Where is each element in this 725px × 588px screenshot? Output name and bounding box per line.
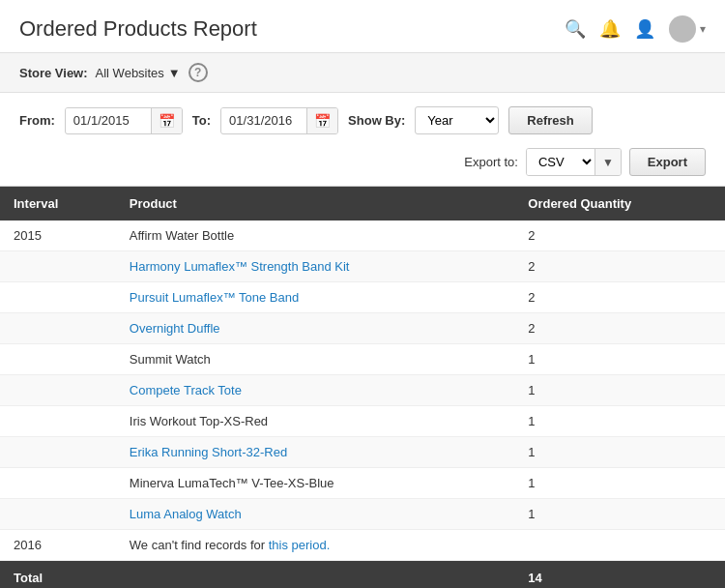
- table-row: 2015Affirm Water Bottle2: [0, 220, 725, 251]
- col-interval: Interval: [0, 187, 116, 221]
- cell-qty: 1: [514, 468, 725, 499]
- cell-qty: 1: [514, 406, 725, 437]
- cell-interval-2016: 2016: [0, 530, 116, 561]
- show-by-select[interactable]: Year Month Day: [415, 106, 499, 134]
- col-product: Product: [116, 187, 514, 221]
- help-icon[interactable]: ?: [188, 63, 208, 82]
- to-date-input-wrap: 📅: [220, 107, 338, 134]
- cell-qty: 1: [514, 437, 725, 468]
- table-row: Harmony Lumaflex™ Strength Band Kit2: [0, 251, 725, 282]
- footer-empty: [116, 561, 514, 589]
- table-header: Interval Product Ordered Quantity: [0, 187, 725, 221]
- cell-product[interactable]: Harmony Lumaflex™ Strength Band Kit: [116, 251, 514, 282]
- table-body: 2015Affirm Water Bottle2Harmony Lumaflex…: [0, 220, 725, 561]
- to-date-input[interactable]: [221, 108, 306, 132]
- cell-product: Affirm Water Bottle: [116, 220, 514, 251]
- cell-product[interactable]: Pursuit Lumaflex™ Tone Band: [116, 282, 514, 313]
- table-row: Summit Watch1: [0, 344, 725, 375]
- store-view-selector[interactable]: All Websites ▼: [96, 66, 181, 80]
- table-row: Luma Analog Watch1: [0, 499, 725, 530]
- cell-interval: 2015: [0, 220, 116, 251]
- col-qty: Ordered Quantity: [514, 187, 725, 221]
- product-link[interactable]: Erika Running Short-32-Red: [130, 445, 287, 459]
- cell-qty: 2: [514, 313, 725, 344]
- store-bar: Store View: All Websites ▼ ?: [0, 53, 725, 93]
- from-calendar-button[interactable]: 📅: [151, 108, 182, 133]
- bell-icon[interactable]: 🔔: [599, 18, 621, 40]
- table-row: Erika Running Short-32-Red1: [0, 437, 725, 468]
- cell-qty: 1: [514, 375, 725, 406]
- cell-product: Summit Watch: [116, 344, 514, 375]
- to-label: To:: [192, 113, 211, 128]
- cell-qty: 1: [514, 499, 725, 530]
- product-link[interactable]: Luma Analog Watch: [130, 507, 242, 521]
- cell-product: Iris Workout Top-XS-Red: [116, 406, 514, 437]
- cell-interval: [0, 282, 116, 313]
- to-calendar-button[interactable]: 📅: [306, 108, 337, 133]
- cell-product[interactable]: Erika Running Short-32-Red: [116, 437, 514, 468]
- export-dropdown-button[interactable]: ▼: [594, 149, 621, 175]
- filter-bar: From: 📅 To: 📅 Show By: Year Month Day Re…: [0, 93, 725, 148]
- product-link[interactable]: Overnight Duffle: [130, 321, 220, 336]
- refresh-button[interactable]: Refresh: [508, 106, 592, 134]
- from-date-input-wrap: 📅: [65, 107, 183, 134]
- export-format-select[interactable]: CSV Excel XML: [527, 149, 594, 175]
- table-row: Minerva LumaTech™ V-Tee-XS-Blue1: [0, 468, 725, 499]
- table-row: Overnight Duffle2: [0, 313, 725, 344]
- footer-label: Total: [0, 561, 116, 589]
- cell-interval: [0, 437, 116, 468]
- export-format-wrap: CSV Excel XML ▼: [526, 148, 622, 176]
- search-icon[interactable]: 🔍: [565, 18, 586, 40]
- chevron-down-icon: ▼: [168, 66, 181, 80]
- cell-product[interactable]: Compete Track Tote: [116, 375, 514, 406]
- cell-interval: [0, 313, 116, 344]
- product-link[interactable]: Pursuit Lumaflex™ Tone Band: [130, 290, 299, 305]
- no-records-link[interactable]: this period.: [269, 538, 331, 552]
- cell-qty: 2: [514, 251, 725, 282]
- cell-qty: 2: [514, 220, 725, 251]
- page-title: Ordered Products Report: [19, 16, 257, 42]
- user-icon[interactable]: 👤: [634, 18, 655, 40]
- no-records-row: 2016We can't find records for this perio…: [0, 530, 725, 561]
- cell-interval: [0, 406, 116, 437]
- cell-interval: [0, 251, 116, 282]
- product-link[interactable]: Compete Track Tote: [130, 383, 242, 397]
- cell-qty: 2: [514, 282, 725, 313]
- cell-product: Minerva LumaTech™ V-Tee-XS-Blue: [116, 468, 514, 499]
- export-to-label: Export to:: [464, 155, 518, 169]
- cell-product[interactable]: Overnight Duffle: [116, 313, 514, 344]
- user-menu[interactable]: ▾: [669, 15, 706, 43]
- cell-interval: [0, 344, 116, 375]
- show-by-label: Show By:: [348, 113, 405, 128]
- cell-interval: [0, 375, 116, 406]
- no-records-message: We can't find records for this period.: [116, 530, 514, 561]
- export-button[interactable]: Export: [629, 148, 706, 176]
- store-view-value: All Websites: [96, 66, 164, 80]
- no-records-qty: [514, 530, 725, 561]
- cell-interval: [0, 468, 116, 499]
- cell-qty: 1: [514, 344, 725, 375]
- page-header: Ordered Products Report 🔍 🔔 👤 ▾: [0, 0, 725, 53]
- table-row: Pursuit Lumaflex™ Tone Band2: [0, 282, 725, 313]
- cell-product[interactable]: Luma Analog Watch: [116, 499, 514, 530]
- header-icons: 🔍 🔔 👤 ▾: [565, 15, 706, 43]
- table-row: Compete Track Tote1: [0, 375, 725, 406]
- data-table: Interval Product Ordered Quantity 2015Af…: [0, 186, 725, 588]
- product-link[interactable]: Harmony Lumaflex™ Strength Band Kit: [130, 259, 350, 274]
- avatar: [669, 15, 696, 43]
- cell-interval: [0, 499, 116, 530]
- from-date-input[interactable]: [66, 108, 151, 132]
- store-view-label: Store View:: [19, 66, 88, 80]
- export-bar: Export to: CSV Excel XML ▼ Export: [0, 148, 725, 186]
- from-label: From:: [19, 113, 55, 128]
- table-footer: Total 14: [0, 561, 725, 589]
- table-row: Iris Workout Top-XS-Red1: [0, 406, 725, 437]
- footer-qty: 14: [514, 561, 725, 589]
- user-label: ▾: [700, 22, 706, 36]
